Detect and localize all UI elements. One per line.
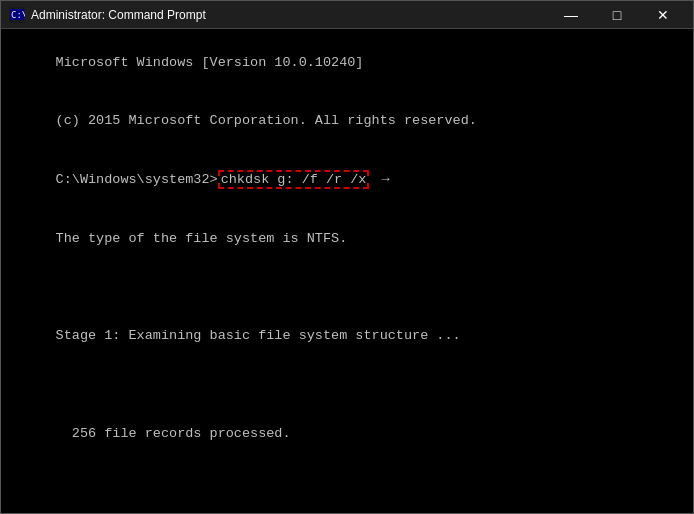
minimize-button[interactable]: — — [549, 1, 593, 29]
line-prompt: C:\Windows\system32>chkdsk g: /f /r /x — [56, 170, 370, 189]
cmd-icon: C:\ — [9, 7, 25, 23]
terminal-body[interactable]: Microsoft Windows [Version 10.0.10240] (… — [1, 29, 693, 513]
cmd-window: C:\ Administrator: Command Prompt — □ ✕ … — [0, 0, 694, 514]
line-file-records: 256 file records processed. — [56, 426, 291, 441]
line-copyright: (c) 2015 Microsoft Corporation. All righ… — [56, 113, 477, 128]
title-bar: C:\ Administrator: Command Prompt — □ ✕ — [1, 1, 693, 29]
close-button[interactable]: ✕ — [641, 1, 685, 29]
window-controls: — □ ✕ — [549, 1, 685, 29]
terminal-output: Microsoft Windows [Version 10.0.10240] (… — [7, 33, 687, 513]
cmd-highlighted: chkdsk g: /f /r /x — [218, 170, 370, 189]
line-fs-type: The type of the file system is NTFS. — [56, 231, 348, 246]
svg-text:C:\: C:\ — [11, 10, 25, 20]
maximize-button[interactable]: □ — [595, 1, 639, 29]
line-win-version: Microsoft Windows [Version 10.0.10240] — [56, 55, 364, 70]
window-title: Administrator: Command Prompt — [31, 8, 549, 22]
cursor-arrow: → — [373, 170, 389, 190]
line-stage1: Stage 1: Examining basic file system str… — [56, 328, 461, 343]
